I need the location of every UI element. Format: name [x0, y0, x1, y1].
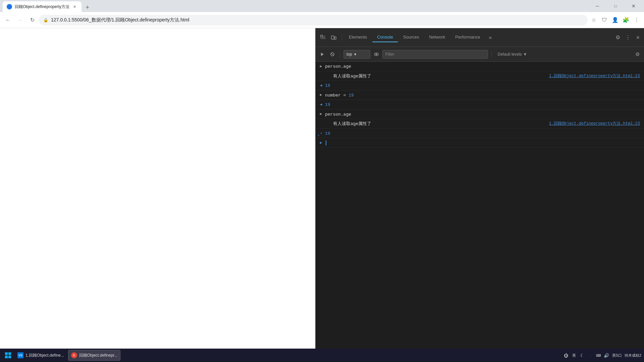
address-bar[interactable]: 🔒 127.0.0.1:5500/06_数据代理/1.回顾Object.defi…	[39, 15, 588, 25]
svg-rect-10	[5, 356, 8, 358]
log-levels-button[interactable]: Default levels ▼	[495, 50, 530, 59]
devtools-close-button[interactable]: ✕	[633, 33, 643, 42]
row-text-4b: 19	[348, 93, 354, 98]
svg-rect-9	[8, 352, 11, 355]
console-row-prompt[interactable]: ▶	[316, 138, 644, 148]
devtools-more-button[interactable]: ⋮	[623, 33, 633, 42]
console-row-2[interactable]: 有人读取age属性了 1.回顾Object.defineproperty方法.h…	[316, 71, 644, 81]
taskbar-chrome-label: 回顾Object.definepr...	[79, 353, 118, 358]
console-toolbar: top ▾ Default levels ▼ ⚙	[316, 47, 644, 62]
tray-power-icon[interactable]: ⏻	[563, 352, 569, 358]
reload-button[interactable]: ↻	[27, 15, 38, 25]
browser-tab-active[interactable]: 回顾Object.defineproperty方法 ✕	[3, 1, 82, 12]
extension-button[interactable]: 🧩	[621, 15, 631, 25]
inspect-element-button[interactable]	[318, 33, 328, 42]
minimize-button[interactable]: ─	[590, 1, 605, 11]
svg-line-5	[331, 53, 333, 55]
system-tray: ⏻ 英 ☾ · ⌨ 🔊	[563, 352, 609, 358]
row-text-7: 有人读取age属性了	[333, 121, 371, 126]
device-toolbar-button[interactable]	[329, 33, 338, 42]
tab-sources[interactable]: Sources	[398, 33, 424, 42]
svg-rect-11	[8, 356, 11, 358]
tray-ime-icon[interactable]: 英	[571, 352, 577, 358]
tab-network[interactable]: Network	[425, 33, 450, 42]
tab-elements[interactable]: Elements	[344, 33, 372, 42]
console-row-8[interactable]: ◁ ↖ 19	[316, 129, 644, 138]
browser-actions: ☆ 🛡 👤 🧩 ⋮	[589, 15, 641, 25]
taskbar-chrome[interactable]: C 回顾Object.definepr...	[68, 350, 121, 361]
execute-script-button[interactable]	[318, 50, 326, 58]
row-text-1: person.age	[325, 64, 351, 69]
tab-close-button[interactable]: ✕	[72, 4, 77, 9]
expand-icon-1[interactable]: ▶	[318, 63, 324, 69]
bookmark-button[interactable]: ☆	[589, 15, 598, 25]
row-text-2: 有人读取age属性了	[333, 74, 371, 79]
tray-speaker-icon[interactable]: 🔊	[603, 352, 609, 358]
taskbar-vscode[interactable]: VS 1.回顾Object.define...	[15, 350, 67, 361]
row-content-prompt[interactable]	[325, 139, 641, 146]
profile-button[interactable]: 👤	[610, 15, 620, 25]
row-icon-2	[326, 73, 332, 78]
maximize-button[interactable]: □	[608, 1, 623, 11]
console-row-3[interactable]: ◀ 18	[316, 81, 644, 90]
row-content-8: 19	[325, 130, 641, 137]
tray-moon-icon[interactable]: ☾	[579, 352, 585, 358]
devtools-panel: Elements Console Sources Network Perform…	[315, 28, 644, 349]
svg-rect-2	[334, 37, 336, 39]
row-content-7: 有人读取age属性了	[333, 120, 548, 127]
taskbar: VS 1.回顾Object.define... C 回顾Object.defin…	[0, 349, 644, 362]
collapse-icon-8[interactable]: ◁ ↖	[318, 130, 324, 136]
live-expression-button[interactable]	[372, 50, 380, 58]
svg-marker-3	[321, 53, 324, 56]
console-row-4[interactable]: ▶ number = 19	[316, 90, 644, 100]
close-window-button[interactable]: ✕	[626, 1, 641, 11]
chrome-icon: C	[71, 352, 77, 358]
row-source-2[interactable]: 1.回顾Object.defineproperty方法.html:23	[549, 72, 641, 79]
start-button[interactable]	[3, 350, 13, 361]
console-row-6[interactable]: ▶ person.age	[316, 110, 644, 119]
svg-point-7	[376, 54, 377, 55]
taskbar-lang-status: 待木成桂2	[625, 353, 641, 358]
tab-performance[interactable]: Performance	[450, 33, 485, 42]
context-arrow: ▾	[354, 52, 356, 57]
row-source-7[interactable]: 1.回顾Object.defineproperty方法.html:23	[549, 120, 641, 126]
clear-console-button[interactable]	[328, 50, 336, 58]
prompt-icon: ▶	[318, 140, 324, 145]
more-tabs-button[interactable]: »	[486, 33, 495, 42]
expand-icon-4[interactable]: ▶	[318, 92, 324, 98]
svg-rect-1	[331, 36, 334, 39]
taskbar-vscode-label: 1.回顾Object.define...	[25, 353, 64, 358]
console-row-7[interactable]: 有人读取age属性了 1.回顾Object.defineproperty方法.h…	[316, 119, 644, 129]
back-button[interactable]: ←	[3, 15, 13, 25]
more-menu-button[interactable]: ⋮	[632, 15, 641, 25]
new-tab-button[interactable]: +	[83, 3, 92, 12]
console-row-1[interactable]: ▶ person.age	[316, 62, 644, 71]
prompt-cursor	[326, 140, 329, 145]
tab-bar: 回顾Object.defineproperty方法 ✕ +	[3, 0, 92, 12]
tab-console[interactable]: Console	[372, 33, 398, 42]
context-selector[interactable]: top ▾	[343, 50, 370, 59]
row-number-5: 19	[325, 102, 330, 107]
row-content-3: 18	[325, 82, 641, 89]
context-label: top	[346, 52, 352, 57]
expand-icon-6[interactable]: ▶	[318, 111, 324, 117]
row-text-6: person.age	[325, 112, 351, 117]
devtools-header: Elements Console Sources Network Perform…	[316, 28, 644, 47]
vscode-icon: VS	[17, 352, 23, 358]
forward-button[interactable]: →	[15, 15, 25, 25]
svg-rect-8	[5, 352, 8, 355]
console-output[interactable]: ▶ person.age 有人读取age属性了 1.回顾Object.defin…	[316, 62, 644, 349]
collapse-icon-5[interactable]: ◀	[318, 102, 324, 107]
shields-button[interactable]: 🛡	[600, 15, 609, 25]
console-row-5[interactable]: ◀ 19	[316, 100, 644, 110]
levels-arrow: ▼	[523, 52, 527, 57]
tray-dot-icon: ·	[587, 352, 593, 358]
console-filter-input[interactable]	[382, 50, 488, 59]
console-settings-button[interactable]: ⚙	[633, 50, 641, 58]
tab-favicon	[7, 4, 12, 9]
collapse-icon-3[interactable]: ◀	[318, 82, 324, 88]
devtools-settings-button[interactable]: ⚙	[613, 33, 623, 42]
tray-keyboard-icon[interactable]: ⌨	[595, 352, 601, 358]
devtools-dock-icons	[317, 33, 340, 42]
url-text: 127.0.0.1:5500/06_数据代理/1.回顾Object.define…	[51, 17, 583, 23]
